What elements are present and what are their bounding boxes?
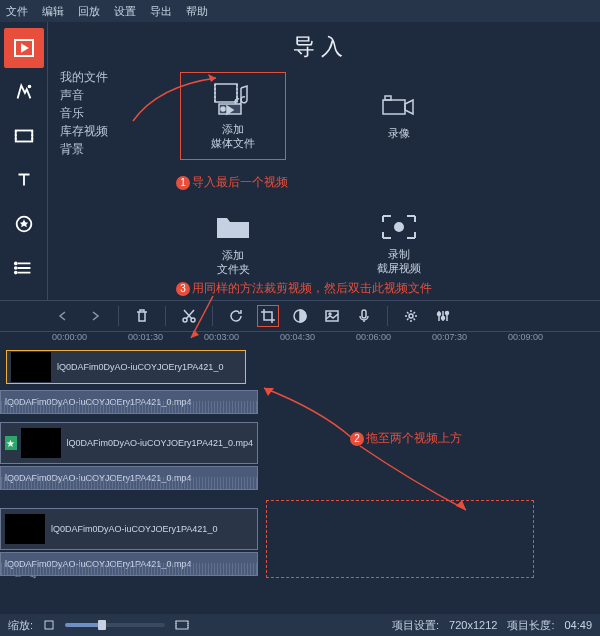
menu-help[interactable]: 帮助 [186,4,208,19]
cat-sound[interactable]: 声音 [60,86,130,104]
timeline-toolbar [0,300,600,332]
svg-point-12 [395,223,403,231]
clip-video-2[interactable]: lQ0DAFim0DyAO-iuCOYJOEry1PA421_0 [0,508,258,550]
undo-button[interactable] [52,305,74,327]
statusbar: 缩放: 项目设置: 720x1212 项目长度: 04:49 [0,614,600,636]
svg-point-9 [221,107,225,111]
import-panel: 导入 我的文件 声音 音乐 库存视频 背景 添加媒体文件 录像 [48,22,600,300]
zoom-label: 缩放: [8,618,33,633]
mic-button[interactable] [353,305,375,327]
clip-overlay-1[interactable]: lQ0DAFim0DyAO-iuCOYJOEry1PA421_0 [6,350,246,384]
svg-rect-18 [362,310,366,318]
zoom-fit-icon[interactable] [175,619,189,631]
svg-point-1 [28,86,30,88]
record-camera-tile[interactable]: 录像 [346,72,452,160]
svg-rect-26 [176,621,188,629]
project-settings-label: 项目设置: [392,618,439,633]
delete-button[interactable] [131,305,153,327]
svg-rect-25 [45,621,53,629]
timeline-ruler[interactable]: 00:00:0000:01:3000:03:0000:04:3000:06:00… [0,332,600,350]
import-tab[interactable] [4,28,44,68]
camera-icon [379,92,419,120]
svg-rect-2 [15,131,32,142]
crop-button[interactable] [257,305,279,327]
zoom-slider[interactable] [65,623,165,627]
image-button[interactable] [321,305,343,327]
svg-point-20 [438,313,441,316]
menu-playback[interactable]: 回放 [78,4,100,19]
panel-title: 导入 [60,32,582,62]
clip-audio-3[interactable]: lQ0DAFim0DyAO-iuCOYJOEry1PA421_0.mp4 [0,552,258,576]
svg-point-21 [442,317,445,320]
rotate-button[interactable] [225,305,247,327]
annotation-2: 2拖至两个视频上方 [350,430,462,447]
svg-point-4 [14,263,16,265]
svg-point-6 [14,272,16,274]
timeline[interactable]: lQ0DAFim0DyAO-iuCOYJOEry1PA421_0 lQ0DAFi… [0,350,600,614]
settings-button[interactable] [400,305,422,327]
project-duration-label: 项目长度: [507,618,554,633]
folder-icon [214,212,252,242]
menu-export[interactable]: 导出 [150,4,172,19]
svg-point-17 [329,313,331,315]
menubar: 文件 编辑 回放 设置 导出 帮助 [0,0,600,22]
clip-video-1[interactable]: ★lQ0DAFim0DyAO-iuCOYJOEry1PA421_0.mp4 [0,422,258,464]
add-folder-tile[interactable]: 添加文件夹 [180,200,286,288]
svg-rect-7 [215,84,237,102]
film-music-icon [213,82,253,116]
left-toolbar [0,22,48,300]
clip-audio-1[interactable]: lQ0DAFim0DyAO-iuCOYJOEry1PA421_0.mp4 [0,390,258,414]
titles-tab[interactable] [4,160,44,200]
zoom-out-icon[interactable] [43,619,55,631]
cat-bg[interactable]: 背景 [60,140,130,158]
tile-label: 录像 [388,126,410,140]
redo-button[interactable] [84,305,106,327]
menu-edit[interactable]: 编辑 [42,4,64,19]
annotation-3: 3用同样的方法裁剪视频，然后双击此视频文件 [176,280,432,297]
project-settings-value[interactable]: 720x1212 [449,619,497,631]
cat-music[interactable]: 音乐 [60,104,130,122]
clip-audio-2[interactable]: lQ0DAFim0DyAO-iuCOYJOEry1PA421_0.mp4 [0,466,258,490]
svg-rect-11 [385,96,391,100]
color-button[interactable] [289,305,311,327]
menu-settings[interactable]: 设置 [114,4,136,19]
svg-rect-10 [383,100,405,114]
screen-record-icon [380,213,418,241]
svg-point-5 [14,267,16,269]
screen-record-tile[interactable]: 录制截屏视频 [346,200,452,288]
video-tab[interactable] [4,116,44,156]
tile-label: 添加文件夹 [217,248,250,276]
stickers-tab[interactable] [4,204,44,244]
cat-myfiles[interactable]: 我的文件 [60,68,130,86]
equalizer-button[interactable] [432,305,454,327]
svg-point-19 [409,314,413,318]
category-list: 我的文件 声音 音乐 库存视频 背景 [60,68,130,288]
cut-button[interactable] [178,305,200,327]
tile-label: 录制截屏视频 [377,247,421,275]
project-duration-value: 04:49 [564,619,592,631]
menu-file[interactable]: 文件 [6,4,28,19]
annotation-1: 1导入最后一个视频 [176,174,288,191]
cat-stock[interactable]: 库存视频 [60,122,130,140]
svg-point-22 [446,312,449,315]
filters-tab[interactable] [4,72,44,112]
more-tab[interactable] [4,248,44,288]
add-media-tile[interactable]: 添加媒体文件 [180,72,286,160]
annotation-arrow-2 [260,380,480,520]
drop-target-outline [266,500,534,578]
tile-label: 添加媒体文件 [211,122,255,150]
